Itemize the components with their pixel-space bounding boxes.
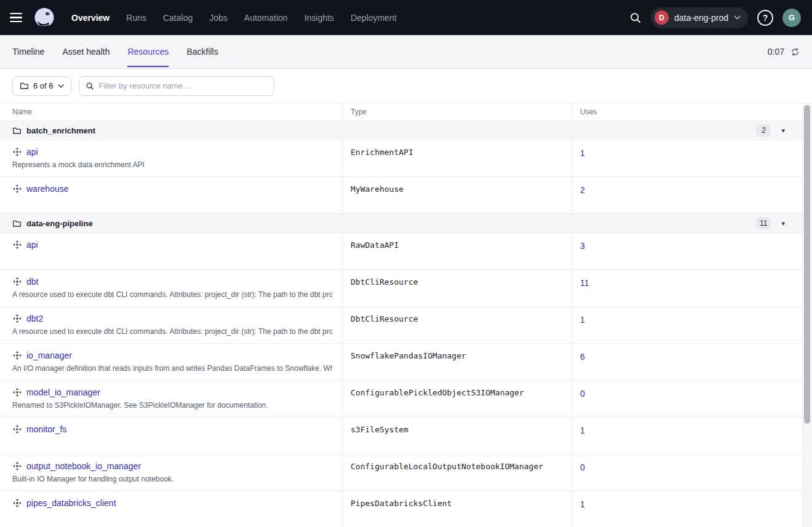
resource-icon: [12, 147, 22, 157]
tab-bar: Timeline Asset health Resources Backfill…: [0, 35, 812, 69]
resource-row: monitor_fs s3FileSystem 1: [0, 418, 802, 454]
help-icon[interactable]: ?: [757, 10, 773, 26]
chevron-down-icon: [734, 15, 741, 20]
collapse-caret-icon[interactable]: ▾: [781, 127, 785, 134]
search-icon: [86, 82, 94, 90]
resource-uses-link[interactable]: 1: [580, 315, 585, 325]
column-header-type: Type: [343, 103, 572, 121]
nav-insights[interactable]: Insights: [304, 13, 334, 23]
filter-toolbar: 6 of 6: [0, 69, 812, 103]
resource-filter-box: [79, 76, 274, 96]
resource-uses-link[interactable]: 1: [580, 426, 585, 435]
resource-name-link[interactable]: warehouse: [26, 184, 69, 194]
group-count-badge: 11: [756, 217, 771, 229]
resource-icon: [12, 351, 22, 360]
top-nav: Overview Runs Catalog Jobs Automation In…: [0, 0, 812, 35]
resource-name-link[interactable]: io_manager: [26, 351, 72, 360]
resource-description: Represents a mock data enrichment API: [12, 160, 332, 169]
resource-row: api RawDataAPI 3: [0, 233, 802, 270]
folder-icon: [12, 126, 22, 135]
user-avatar[interactable]: G: [782, 9, 801, 27]
resource-name-link[interactable]: monitor_fs: [26, 424, 66, 434]
resource-row: api Represents a mock data enrichment AP…: [0, 140, 802, 177]
resource-uses-link[interactable]: 0: [580, 462, 585, 472]
search-icon[interactable]: [629, 12, 642, 24]
resource-row: dbt A resource used to execute dbt CLI c…: [0, 270, 802, 307]
scrollbar-thumb[interactable]: [804, 105, 810, 424]
resource-uses-link[interactable]: 2: [580, 185, 585, 195]
resource-type: ConfigurableLocalOutputNotebookIOManager: [343, 454, 572, 491]
scope-label: 6 of 6: [33, 81, 54, 90]
resource-description: Renamed to S3PickleIOManager. See S3Pick…: [12, 401, 332, 410]
resource-name-link[interactable]: pipes_databricks_client: [26, 498, 116, 508]
dagster-logo-icon[interactable]: [32, 6, 57, 30]
resource-type: EnrichmentAPI: [343, 140, 572, 176]
resource-type: SnowflakePandasIOManager: [343, 344, 572, 380]
resource-name-link[interactable]: output_notebook_io_manager: [26, 461, 141, 471]
deployment-switcher[interactable]: D data-eng-prod: [651, 7, 748, 28]
resource-type: RawDataAPI: [343, 233, 572, 269]
resource-filter-input[interactable]: [99, 81, 268, 90]
group-name: data-eng-pipeline: [26, 219, 93, 228]
resource-description: A resource used to execute dbt CLI comma…: [12, 327, 332, 336]
resource-description: An I/O manager definition that reads inp…: [12, 364, 332, 373]
nav-catalog[interactable]: Catalog: [163, 13, 193, 23]
resource-name-link[interactable]: dbt2: [26, 314, 43, 323]
resource-description: A resource used to execute dbt CLI comma…: [12, 290, 332, 299]
deployment-name: data-eng-prod: [674, 13, 728, 23]
nav-deployment[interactable]: Deployment: [351, 13, 397, 23]
resource-name-link[interactable]: api: [26, 240, 38, 250]
resource-uses-link[interactable]: 11: [580, 278, 589, 288]
resource-icon: [12, 498, 22, 508]
resource-icon: [12, 314, 22, 323]
resource-type: s3FileSystem: [343, 418, 572, 454]
nav-jobs[interactable]: Jobs: [209, 13, 228, 23]
resources-table: Name Type Uses batch_enrichment 2 ▾: [0, 103, 812, 527]
resource-description: Built-in IO Manager for handling output …: [12, 475, 332, 483]
folder-icon: [12, 219, 22, 228]
tab-asset-health[interactable]: Asset health: [62, 35, 109, 68]
resource-uses-link[interactable]: 1: [580, 148, 585, 158]
refresh-icon[interactable]: [790, 47, 800, 57]
resource-name-link[interactable]: model_io_manager: [26, 387, 100, 397]
resource-row: dbt2 A resource used to execute dbt CLI …: [0, 307, 802, 344]
collapse-caret-icon[interactable]: ▾: [781, 220, 785, 227]
group-name: batch_enrichment: [26, 126, 95, 135]
nav-runs[interactable]: Runs: [126, 13, 146, 23]
resource-icon: [12, 240, 22, 250]
code-location-scope-button[interactable]: 6 of 6: [12, 76, 71, 96]
resource-uses-link[interactable]: 6: [580, 352, 585, 362]
tab-backfills[interactable]: Backfills: [186, 35, 218, 68]
resource-icon: [12, 387, 22, 397]
menu-icon[interactable]: [10, 10, 26, 26]
nav-overview[interactable]: Overview: [71, 13, 109, 23]
resource-uses-link[interactable]: 3: [580, 241, 585, 251]
resource-icon: [12, 424, 22, 434]
table-header-row: Name Type Uses: [0, 103, 802, 121]
chevron-down-icon: [58, 84, 64, 88]
folder-icon: [20, 81, 29, 90]
tab-timeline[interactable]: Timeline: [12, 35, 44, 68]
main-nav: Overview Runs Catalog Jobs Automation In…: [71, 13, 397, 23]
resource-type: DbtCliResource: [343, 307, 572, 343]
resource-name-link[interactable]: dbt: [26, 277, 38, 287]
tab-resources[interactable]: Resources: [127, 35, 169, 68]
resource-type: PipesDatabricksClient: [343, 491, 572, 527]
resource-icon: [12, 277, 22, 287]
resource-type: DbtCliResource: [343, 270, 572, 306]
resource-type: MyWarehouse: [343, 177, 572, 213]
resource-group-header[interactable]: batch_enrichment 2 ▾: [0, 121, 802, 140]
column-header-name: Name: [0, 103, 343, 121]
resource-uses-link[interactable]: 0: [580, 389, 585, 398]
resource-icon: [12, 461, 22, 471]
refresh-countdown: 0:07: [768, 47, 784, 57]
resource-icon: [12, 184, 22, 194]
group-count-badge: 2: [756, 124, 771, 137]
deployment-badge: D: [655, 10, 669, 25]
resource-row: model_io_manager Renamed to S3PickleIOMa…: [0, 381, 802, 418]
resource-row: pipes_databricks_client PipesDatabricksC…: [0, 491, 802, 527]
resource-uses-link[interactable]: 1: [580, 499, 585, 509]
resource-group-header[interactable]: data-eng-pipeline 11 ▾: [0, 214, 802, 233]
nav-automation[interactable]: Automation: [244, 13, 288, 23]
resource-name-link[interactable]: api: [26, 147, 38, 157]
